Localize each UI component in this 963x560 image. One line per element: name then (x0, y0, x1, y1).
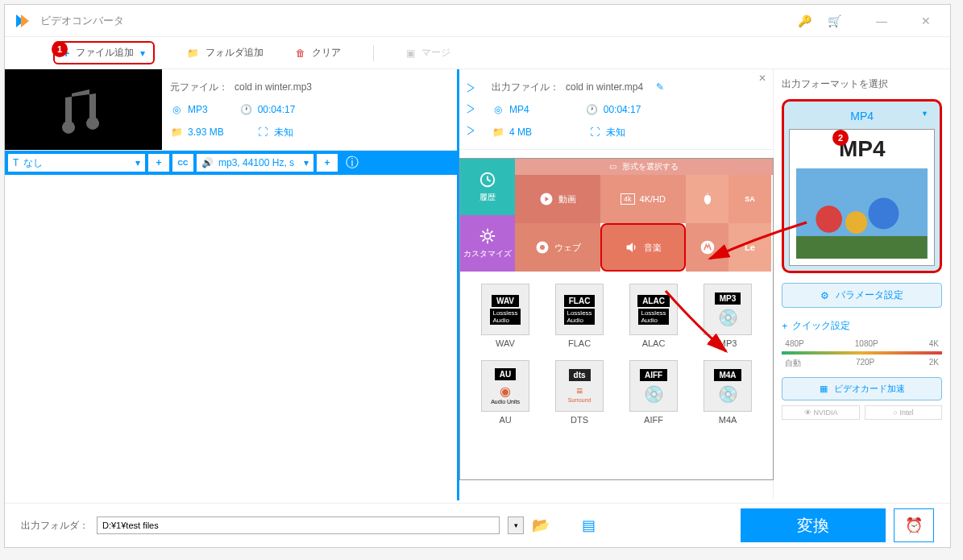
quick-settings: + クイック設定 480P 1080P 4K 自動 720P 2K (782, 319, 942, 369)
output-filename: cold in winter.mp4 (566, 81, 643, 93)
tab-customize[interactable]: カスタマイズ (460, 215, 515, 272)
format-preview: MP4 (789, 129, 935, 266)
remove-file-button[interactable]: ✕ (758, 73, 766, 84)
tile-music[interactable]: 音楽 (600, 223, 686, 272)
tile-motorola[interactable] (686, 223, 728, 272)
folder-icon: 📁 (170, 127, 183, 138)
source-file-label: 元ファイル： (170, 81, 228, 94)
apple-icon (699, 191, 716, 207)
plus-icon: + (782, 321, 787, 332)
tile-lenovo[interactable]: Le (728, 223, 771, 272)
subtitle-select[interactable]: T なし ▾ (8, 154, 145, 172)
key-icon[interactable]: 🔑 (798, 15, 811, 27)
edit-filename-button[interactable]: ✎ (656, 81, 664, 93)
add-file-button[interactable]: + ファイル追加 ▾ (53, 41, 155, 64)
convert-button[interactable]: 変換 (741, 508, 886, 542)
parameter-settings-button[interactable]: ⚙ パラメータ設定 (782, 283, 942, 308)
clear-label: クリア (312, 46, 341, 60)
popup-header-label: 形式を選択する (622, 162, 679, 171)
output-folder-input[interactable] (97, 516, 500, 534)
chevron-down-icon: ▾ (140, 48, 145, 59)
gear-icon (479, 227, 496, 245)
minimize-button[interactable]: — (865, 15, 898, 27)
format-aiff[interactable]: AIFF💿AIFF (621, 360, 687, 425)
format-mp3[interactable]: MP3💿MP3 (695, 284, 761, 348)
format-wav[interactable]: WAVLosslessAudioWAV (472, 284, 538, 348)
open-folder-button[interactable]: 📂 (532, 516, 550, 534)
tile-video[interactable]: 動画 (515, 175, 600, 223)
folder-plus-icon: 📁 (187, 48, 199, 59)
res-480p: 480P (785, 339, 803, 348)
add-audio-button[interactable]: + (317, 154, 338, 172)
app-title: ビデオコンバータ (40, 14, 798, 28)
clock-icon: 🕐 (586, 104, 599, 115)
output-duration: 00:04:17 (604, 104, 641, 115)
format-preview-image (796, 168, 928, 259)
output-resolution: 未知 (606, 126, 625, 139)
output-folder-label: 出力フォルダ： (21, 519, 89, 533)
resolution-icon: ⛶ (256, 127, 269, 138)
format-flac[interactable]: FLACLosslessAudioFLAC (546, 284, 612, 348)
motorola-icon (699, 239, 716, 255)
audio-options-bar: T なし ▾ + CC 🔊 mp3, 44100 Hz, s ▾ + ⓘ (5, 151, 457, 175)
callout-1: 1 (52, 41, 68, 57)
app-window: ビデオコンバータ 🔑 🛒 — ✕ + ファイル追加 ▾ 📁 フォルダ追加 🗑 ク… (4, 4, 951, 548)
res-auto: 自動 (785, 358, 801, 369)
folder-list-button[interactable]: ▤ (582, 516, 596, 534)
bottom-bar: 出力フォルダ： ▾ 📂 ▤ 変換 ⏰ (5, 503, 950, 547)
output-folder-dropdown[interactable]: ▾ (508, 516, 524, 534)
app-logo-icon (13, 11, 32, 31)
file-thumbnail[interactable] (5, 69, 162, 150)
chevron-down-icon: ▾ (304, 157, 309, 168)
svg-rect-7 (796, 236, 928, 259)
add-file-label: ファイル追加 (76, 46, 134, 60)
tile-web[interactable]: ウェブ (515, 223, 600, 272)
tile-samsung[interactable]: SA (728, 175, 771, 223)
chip-icon: ▦ (820, 384, 828, 394)
schedule-button[interactable]: ⏰ (894, 508, 934, 542)
res-1080p: 1080P (855, 339, 878, 348)
resolution-slider[interactable] (782, 351, 942, 355)
output-filesize: 4 MB (509, 127, 532, 138)
add-subtitle-button[interactable]: + (148, 154, 169, 172)
right-column: ✕ 出力ファイル： cold in winter.mp4 ✎ ◎MP4 🕐00:… (459, 69, 773, 500)
format-dts[interactable]: dts≡SurroundDTS (546, 360, 612, 425)
tile-apple[interactable] (686, 175, 728, 223)
close-button[interactable]: ✕ (910, 15, 942, 27)
alarm-icon: ⏰ (905, 516, 923, 534)
cart-icon[interactable]: 🛒 (828, 15, 841, 27)
format-dropdown[interactable]: MP4 (789, 106, 935, 126)
main-area: 元ファイル： cold in winter.mp3 ◎MP3 🕐00:04:17… (5, 69, 950, 500)
audio-track-value: mp3, 44100 Hz, s (218, 157, 304, 168)
info-icon[interactable]: ⓘ (346, 155, 359, 172)
format-au[interactable]: AU◉Audio UnitsAU (472, 360, 538, 425)
tab-history[interactable]: 履歴 (460, 159, 515, 215)
tile-4k[interactable]: 4k 4K/HD (600, 175, 686, 223)
svg-point-1 (484, 233, 490, 239)
source-duration: 00:04:17 (258, 104, 296, 115)
gpu-nvidia[interactable]: 👁NVIDIA (782, 405, 859, 420)
tile-web-label: ウェブ (554, 242, 581, 254)
clear-button[interactable]: 🗑 クリア (296, 46, 341, 60)
convert-label: 変換 (797, 515, 829, 537)
source-resolution: 未知 (274, 126, 293, 139)
audio-track-select[interactable]: 🔊 mp3, 44100 Hz, s ▾ (197, 154, 313, 172)
format-selector[interactable]: MP4 MP4 (782, 99, 942, 273)
format-preview-label: MP4 (790, 130, 934, 168)
format-m4a[interactable]: M4A💿M4A (695, 360, 761, 425)
category-tiles: 動画 4k 4K/HD SA (515, 175, 773, 272)
format-alac[interactable]: ALACLosslessAudioALAC (621, 284, 687, 348)
add-folder-button[interactable]: 📁 フォルダ追加 (187, 46, 264, 60)
side-panel-title: 出力フォーマットを選択 (782, 77, 942, 91)
svg-point-9 (845, 211, 867, 234)
merge-icon: ▣ (406, 48, 415, 59)
output-format: MP4 (509, 104, 529, 115)
cc-button[interactable]: CC (172, 154, 193, 172)
tile-music-label: 音楽 (644, 242, 662, 254)
output-info: ✕ 出力ファイル： cold in winter.mp4 ✎ ◎MP4 🕐00:… (484, 69, 773, 149)
gpu-intel[interactable]: ○Intel (865, 405, 942, 420)
callout-2: 2 (832, 130, 849, 146)
add-folder-label: フォルダ追加 (205, 46, 264, 60)
merge-button[interactable]: ▣ マージ (406, 46, 450, 60)
gpu-accel-button[interactable]: ▦ ビデオカード加速 (782, 377, 942, 400)
